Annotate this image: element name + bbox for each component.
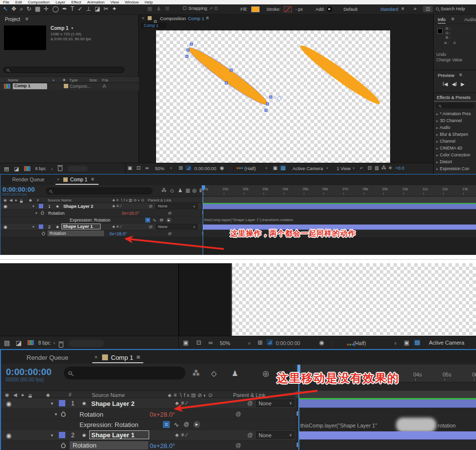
twirl-icon[interactable]: ▼: [50, 433, 54, 438]
view-layout-dropdown[interactable]: 1 View: [337, 166, 350, 171]
twirl-icon[interactable]: ▼: [32, 225, 35, 228]
add-button[interactable]: ▶: [327, 6, 332, 12]
twirl-icon[interactable]: ▼: [32, 205, 35, 208]
sort-ascending-icon[interactable]: ▲: [52, 78, 55, 81]
new-folder-icon[interactable]: ◪: [16, 340, 22, 346]
active-camera-dropdown[interactable]: Active Camera: [292, 166, 323, 171]
tab-render-queue[interactable]: Render Queue: [26, 354, 68, 361]
shy-layers-icon[interactable]: ♟: [178, 188, 183, 193]
workspace-standard-label[interactable]: Standard: [380, 7, 398, 12]
resolution-caret-icon[interactable]: ∨: [265, 166, 267, 170]
parent-whip-icon[interactable]: @: [149, 225, 153, 229]
menu-animation[interactable]: Animation: [87, 0, 105, 4]
new-folder-icon[interactable]: ◪: [14, 166, 19, 172]
camera-tool-icon[interactable]: ▦: [35, 6, 40, 12]
pick-whip-icon[interactable]: @: [168, 211, 172, 215]
resolution-value[interactable]: (Half): [353, 340, 366, 346]
source-name-column[interactable]: Source Name: [92, 392, 125, 398]
effects-category[interactable]: ► Channel: [436, 138, 476, 145]
layer-row-2[interactable]: ◉ ▼ 2 ★ Shape Layer 1 ♣ ✳ ∕ @ None∨: [0, 224, 202, 230]
panel-menu-icon[interactable]: ≡: [206, 16, 209, 21]
parent-dropdown[interactable]: None∨: [156, 224, 198, 229]
project-panel-title[interactable]: Project: [5, 17, 20, 22]
property-name-highlighted[interactable]: Rotation: [70, 441, 148, 450]
current-timecode[interactable]: 0:00:00:00: [2, 186, 35, 193]
fill-swatch[interactable]: [251, 6, 260, 12]
tab-info[interactable]: Info: [438, 17, 446, 24]
layer-switches[interactable]: ♣ ✳ ∕: [112, 204, 121, 208]
motion-blur-icon[interactable]: ◎: [263, 370, 269, 377]
parent-link-column[interactable]: Parent & Link: [148, 198, 171, 202]
selection-handle[interactable]: [264, 109, 267, 112]
tab-render-queue[interactable]: Render Queue: [12, 177, 45, 182]
vr-goggles-icon[interactable]: ∞: [209, 340, 213, 346]
comp-flowchart-icon[interactable]: ⁂: [192, 370, 200, 377]
comp-viewport-partial[interactable]: [232, 263, 476, 336]
expression-text[interactable]: thisComp.layer("Shape Layer 1").transfor…: [204, 218, 293, 222]
workspace-bar-icon[interactable]: ◫: [423, 6, 433, 12]
column-label-icon[interactable]: ◆: [63, 78, 65, 82]
effects-search-box[interactable]: [436, 103, 475, 108]
snapshot-icon[interactable]: ◉: [319, 340, 324, 346]
column-type[interactable]: Type: [69, 78, 78, 82]
hand-tool-icon[interactable]: ✥: [11, 6, 16, 12]
effects-category[interactable]: ► Blur & Sharpen: [436, 131, 476, 138]
pill-button[interactable]: [69, 340, 104, 347]
selection-handle[interactable]: [266, 102, 269, 105]
view-caret-icon[interactable]: ∨: [352, 166, 355, 170]
layer-row-1[interactable]: ◉ ▼ 1 ★ Shape Layer 2 ♣ ✳ ∕ @ None∨: [0, 203, 202, 210]
stopwatch-icon[interactable]: Ö: [61, 411, 66, 418]
layer-duration-bar-1[interactable]: [298, 400, 476, 408]
panel-menu-icon[interactable]: ≡: [136, 354, 140, 360]
stopwatch-icon[interactable]: Ö: [41, 211, 44, 216]
interpret-footage-icon[interactable]: ▤: [4, 166, 9, 172]
project-bpc-button[interactable]: 8 bpc: [38, 340, 50, 346]
comp-timecode[interactable]: 0:00:00:00: [276, 340, 300, 346]
source-name-column[interactable]: Source Name: [48, 198, 72, 202]
time-ruler[interactable]: 00s 01s 02s 03s 04s 05s 06s 07s 08s 09s …: [202, 185, 476, 197]
multi-view-icon[interactable]: ▣: [183, 340, 188, 346]
draft-3d-icon[interactable]: ◇: [170, 188, 174, 193]
expression-row[interactable]: Expression: Rotation = ∿ @ ▶: [1, 420, 295, 430]
expression-language-icon[interactable]: ▶: [166, 218, 171, 223]
property-name-highlighted[interactable]: Rotation: [48, 230, 104, 236]
trash-icon[interactable]: [59, 343, 63, 348]
comp-thumbnail[interactable]: [4, 25, 46, 50]
expression-text-suffix[interactable]: rotation: [438, 423, 456, 428]
menu-layer[interactable]: Layer: [55, 0, 65, 4]
zoom-tool-icon[interactable]: ⌕: [20, 6, 23, 12]
workspace-default-label[interactable]: Default: [344, 7, 358, 12]
comp-sub-tab[interactable]: Comp 1: [141, 23, 166, 28]
panel-menu-icon[interactable]: ≡: [451, 17, 454, 22]
workspace-menu-icon[interactable]: ≡: [401, 6, 404, 11]
parent-whip-icon[interactable]: @: [247, 432, 253, 438]
effects-category[interactable]: ► Distort: [436, 159, 476, 166]
twirl-icon[interactable]: ▼: [35, 212, 38, 215]
tab-audio[interactable]: Audio: [464, 17, 476, 22]
rotation-value-editable[interactable]: 0x+28.0°: [150, 442, 175, 450]
previous-frame-button[interactable]: ◀I: [451, 81, 456, 87]
brush-tool-icon[interactable]: ✓: [78, 6, 82, 12]
expression-enable-icon[interactable]: =: [145, 218, 150, 223]
close-tab-icon[interactable]: ×: [94, 354, 98, 361]
eraser-tool-icon[interactable]: ◪: [95, 6, 100, 12]
monitor-icon[interactable]: ⊡: [196, 340, 201, 346]
pen-tool-icon[interactable]: ✒: [62, 6, 67, 12]
resolution-value[interactable]: (Half): [244, 166, 256, 171]
stroke-label[interactable]: Stroke:: [266, 7, 281, 12]
menu-edit[interactable]: Edit: [15, 0, 22, 4]
magnification-value[interactable]: 50%: [155, 166, 164, 171]
magnification-caret-icon[interactable]: ∨: [170, 166, 172, 170]
layer-switches[interactable]: ♣ ✳ ∕: [112, 225, 121, 229]
panel-menu-icon[interactable]: ≡: [91, 177, 94, 182]
expression-graph-icon[interactable]: ∿: [174, 421, 179, 428]
layer-switches[interactable]: ♣ ✳ ∕: [175, 432, 187, 438]
tab-comp-1[interactable]: Comp 1: [70, 177, 87, 182]
menu-file[interactable]: File: [3, 0, 9, 4]
stroke-width-label[interactable]: - px: [295, 7, 303, 12]
layer-color-chip[interactable]: [39, 204, 43, 208]
shape-tool-icon[interactable]: ◯: [52, 6, 58, 12]
layer-name[interactable]: Shape Layer 2: [63, 204, 93, 209]
snapping-label[interactable]: Snapping: [188, 6, 207, 11]
eye-icon[interactable]: ◉: [3, 225, 7, 229]
